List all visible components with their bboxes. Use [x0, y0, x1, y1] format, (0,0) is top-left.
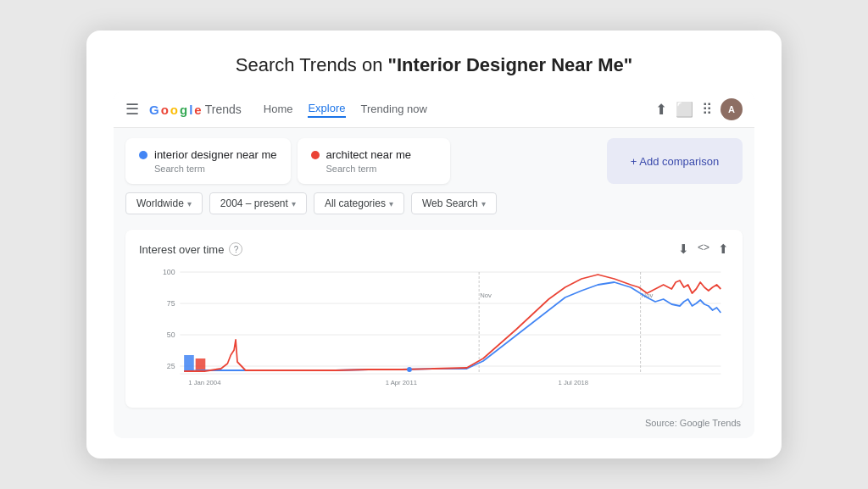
google-trends-logo: Google Trends	[149, 103, 242, 117]
svg-text:100: 100	[163, 268, 175, 276]
svg-text:1 Apr 2011: 1 Apr 2011	[386, 379, 417, 386]
add-comparison-label: + Add comparison	[631, 155, 719, 168]
source-text: Source: Google Trends	[114, 413, 754, 430]
chart-actions: ⬇ <> ⬆	[678, 242, 729, 257]
chart-title: Interest over time	[139, 243, 224, 256]
filter-categories[interactable]: All categories ▾	[314, 192, 404, 214]
share-chart-icon[interactable]: ⬆	[718, 242, 729, 257]
svg-point-18	[407, 367, 412, 372]
chevron-down-icon: ▾	[292, 199, 296, 208]
avatar[interactable]: A	[721, 98, 743, 120]
code-icon[interactable]: <>	[698, 242, 709, 257]
main-card: Search Trends on "Interior Designer Near…	[86, 31, 782, 458]
term2-label: architect near me	[326, 148, 411, 161]
page-title: Search Trends on "Interior Designer Near…	[114, 54, 754, 76]
svg-text:1 Jul 2018: 1 Jul 2018	[559, 379, 589, 386]
help-icon[interactable]: ?	[229, 242, 242, 256]
svg-text:50: 50	[167, 331, 175, 339]
search-terms-row: interior designer near me Search term ar…	[114, 128, 754, 184]
search-term-2[interactable]: architect near me Search term	[298, 138, 450, 184]
nav-explore[interactable]: Explore	[308, 102, 345, 118]
term2-dot	[311, 151, 320, 159]
grid-nav-icon[interactable]: ⠿	[702, 101, 712, 119]
svg-text:75: 75	[167, 299, 175, 308]
filter-search-type[interactable]: Web Search ▾	[411, 192, 497, 214]
download-icon[interactable]: ⬇	[678, 242, 689, 257]
chart-svg: 100 75 50 25 1 Jan 2004 1 Apr 2011 1 Jul…	[139, 264, 729, 399]
nav-trending[interactable]: Trending now	[361, 103, 427, 117]
svg-text:1 Jan 2004: 1 Jan 2004	[188, 379, 221, 386]
svg-rect-17	[196, 358, 206, 370]
chart-section: Interest over time ? ⬇ <> ⬆	[125, 230, 743, 408]
menu-icon[interactable]: ☰	[125, 100, 139, 119]
svg-text:25: 25	[167, 362, 175, 370]
filter-row: Worldwide ▾ 2004 – present ▾ All categor…	[114, 184, 754, 221]
navbar: ☰ Google Trends Home Explore Trending no…	[114, 92, 754, 128]
chevron-down-icon: ▾	[187, 199, 192, 208]
bookmark-nav-icon[interactable]: ⬜	[676, 101, 693, 119]
filter-daterange[interactable]: 2004 – present ▾	[209, 192, 307, 214]
trends-text: Trends	[205, 103, 242, 116]
nav-links: Home Explore Trending now	[264, 102, 427, 118]
chart-area: 100 75 50 25 1 Jan 2004 1 Apr 2011 1 Jul…	[139, 264, 729, 399]
svg-text:Nov: Nov	[480, 292, 492, 299]
term2-sublabel: Search term	[326, 164, 437, 174]
filter-worldwide[interactable]: Worldwide ▾	[125, 192, 203, 214]
share-nav-icon[interactable]: ⬆	[655, 101, 667, 119]
google-trends-box: ☰ Google Trends Home Explore Trending no…	[114, 92, 754, 438]
add-comparison-button[interactable]: + Add comparison	[607, 138, 743, 184]
nav-home[interactable]: Home	[264, 103, 293, 117]
term1-dot	[139, 151, 147, 159]
chevron-down-icon: ▾	[481, 199, 486, 208]
nav-right: ⬆ ⬜ ⠿ A	[655, 98, 743, 120]
svg-rect-16	[184, 355, 194, 370]
term1-sublabel: Search term	[154, 164, 277, 174]
chevron-down-icon: ▾	[389, 199, 393, 208]
term1-label: interior designer near me	[154, 148, 277, 161]
chart-header: Interest over time ? ⬇ <> ⬆	[139, 242, 729, 257]
search-term-1[interactable]: interior designer near me Search term	[125, 138, 291, 184]
